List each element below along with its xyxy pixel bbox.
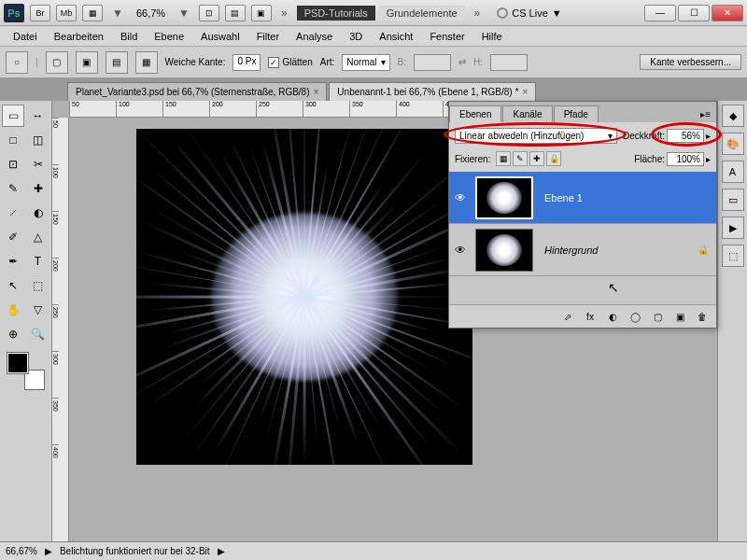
tool-button[interactable]: ✒ — [2, 250, 24, 273]
tool-button[interactable]: ✐ — [2, 226, 24, 248]
tab-channels[interactable]: Kanäle — [502, 105, 552, 122]
cslive-button[interactable]: CS Live ▼ — [497, 7, 561, 19]
zoom-display[interactable]: 66,7% — [133, 7, 169, 19]
antialias-checkbox[interactable]: ✓ Glätten — [268, 57, 312, 68]
menu-select[interactable]: Auswahl — [193, 29, 247, 44]
tab-paths[interactable]: Pfade — [554, 105, 599, 122]
lock-label: Fixieren: — [455, 154, 490, 164]
fg-color-swatch[interactable] — [7, 353, 28, 373]
menu-edit[interactable]: Bearbeiten — [47, 29, 111, 44]
opacity-input[interactable]: 56% — [667, 129, 704, 143]
tab-layers[interactable]: Ebenen — [449, 105, 501, 122]
menu-layer[interactable]: Ebene — [147, 29, 191, 44]
refine-edge-button[interactable]: Kante verbessern... — [640, 54, 741, 70]
panel-icon[interactable]: ⬚ — [722, 245, 744, 267]
tool-button[interactable]: ⬚ — [27, 274, 49, 297]
layer-action-icon[interactable]: fx — [582, 309, 599, 324]
panel-icon[interactable]: A — [722, 161, 744, 183]
arrange-icon[interactable]: ▤ — [225, 5, 246, 21]
layer-action-icon[interactable]: ▣ — [671, 309, 688, 324]
lock-icon: 🔒 — [698, 245, 716, 255]
status-arrow-icon[interactable]: ▶ — [218, 546, 225, 556]
blend-mode-select[interactable]: Linear abwedeln (Hinzufügen) ▾ — [455, 128, 617, 144]
panel-icon[interactable]: ◆ — [722, 105, 744, 127]
layer-row[interactable]: 👁 Hintergrund 🔒 — [449, 224, 716, 276]
close-icon[interactable]: × — [522, 87, 528, 97]
status-zoom[interactable]: 66,67% — [6, 546, 37, 556]
maximize-button[interactable]: ☐ — [678, 5, 710, 21]
document-canvas[interactable] — [136, 129, 472, 465]
lock-position-icon[interactable]: ✚ — [529, 151, 544, 166]
style-select[interactable]: Normal ▾ — [342, 54, 389, 71]
marquee-tool-icon[interactable]: ○ — [6, 51, 28, 74]
mb-button[interactable]: Mb — [56, 5, 77, 21]
tool-button[interactable]: ⟋ — [2, 202, 24, 224]
screen-icon[interactable]: ▣ — [251, 5, 272, 21]
menu-file[interactable]: Datei — [6, 29, 45, 44]
layer-action-icon[interactable]: 🗑 — [694, 309, 711, 324]
menu-analysis[interactable]: Analyse — [289, 29, 340, 44]
tool-button[interactable]: ↔ — [27, 105, 49, 127]
panel-icon[interactable]: ▶ — [722, 217, 744, 239]
layer-row[interactable]: 👁 Ebene 1 — [449, 172, 716, 224]
layer-name[interactable]: Hintergrund — [537, 245, 698, 256]
tool-swatch[interactable]: ▦ — [82, 5, 103, 21]
visibility-icon[interactable]: 👁 — [449, 244, 472, 257]
tool-button[interactable]: 🔍 — [27, 323, 49, 345]
tool-button[interactable]: ◐ — [27, 202, 49, 224]
color-swatches[interactable] — [7, 353, 45, 390]
tool-button[interactable]: ✂ — [27, 153, 49, 175]
fill-input[interactable]: 100% — [667, 152, 704, 166]
close-icon[interactable]: × — [314, 87, 319, 97]
document-tab[interactable]: Planet_Variante3.psd bei 66,7% (Sternens… — [67, 82, 327, 101]
tool-button[interactable]: T — [27, 250, 49, 273]
layer-action-icon[interactable]: ◐ — [604, 309, 621, 324]
selection-intersect-icon[interactable]: ▦ — [135, 51, 158, 74]
menu-image[interactable]: Bild — [113, 29, 145, 44]
menu-3d[interactable]: 3D — [342, 29, 370, 44]
layer-action-icon[interactable]: ◯ — [627, 309, 643, 324]
tool-button[interactable]: ↖ — [2, 274, 24, 297]
tool-button[interactable]: ⊡ — [2, 153, 24, 175]
tool-button[interactable]: ✚ — [27, 177, 49, 200]
tool-button[interactable]: △ — [27, 226, 49, 248]
tool-button[interactable]: ✋ — [2, 299, 24, 321]
tool-button[interactable]: ⊕ — [2, 323, 24, 345]
lock-pixels-icon[interactable]: ✎ — [513, 151, 528, 166]
visibility-icon[interactable]: 👁 — [449, 191, 472, 204]
menu-view[interactable]: Ansicht — [372, 29, 420, 44]
layer-thumbnail[interactable] — [475, 176, 533, 219]
layer-action-icon[interactable]: ⬀ — [559, 309, 576, 324]
panel-menu-icon[interactable]: ▸≡ — [695, 106, 716, 122]
tool-button[interactable]: □ — [2, 129, 24, 151]
panel-icon[interactable]: ▭ — [722, 189, 744, 211]
menu-help[interactable]: Hilfe — [474, 29, 510, 44]
tool-button[interactable]: ▽ — [27, 299, 49, 321]
layer-action-icon[interactable]: ▢ — [649, 309, 666, 324]
fill-arrow-icon[interactable]: ▸ — [706, 154, 711, 164]
selection-new-icon[interactable]: ▢ — [46, 51, 68, 74]
close-button[interactable]: ✕ — [712, 5, 743, 21]
expand-arrows-icon[interactable]: » — [277, 7, 291, 20]
tool-button[interactable]: ▭ — [2, 105, 24, 127]
expand-arrows-icon[interactable]: » — [471, 7, 485, 20]
layer-thumbnail[interactable] — [475, 229, 533, 272]
lock-all-icon[interactable]: 🔒 — [546, 151, 561, 166]
tool-button[interactable]: ◫ — [27, 129, 49, 151]
feather-input[interactable]: 0 Px — [233, 54, 261, 71]
hand-tool-icon[interactable]: ⊡ — [199, 5, 219, 21]
opacity-arrow-icon[interactable]: ▸ — [706, 131, 711, 141]
selection-add-icon[interactable]: ▣ — [76, 51, 98, 74]
menu-window[interactable]: Fenster — [422, 29, 472, 44]
minimize-button[interactable]: — — [644, 5, 676, 21]
tab-label: Planet_Variante3.psd bei 66,7% (Sternens… — [76, 87, 310, 97]
menu-filter[interactable]: Filter — [249, 29, 287, 44]
panel-icon[interactable]: 🎨 — [722, 133, 744, 155]
layer-name[interactable]: Ebene 1 — [537, 192, 716, 203]
document-tab[interactable]: Unbenannt-1 bei 66,7% (Ebene 1, RGB/8) *… — [329, 82, 536, 101]
tool-button[interactable]: ✎ — [2, 177, 24, 200]
bridge-button[interactable]: Br — [30, 5, 50, 21]
lock-transparent-icon[interactable]: ▦ — [496, 151, 511, 166]
selection-sub-icon[interactable]: ▤ — [106, 51, 128, 74]
status-arrow-icon[interactable]: ▶ — [45, 546, 52, 556]
